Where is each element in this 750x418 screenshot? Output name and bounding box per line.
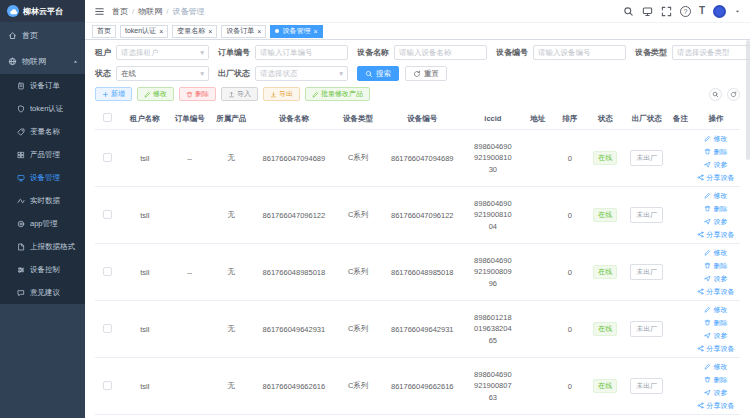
sidebar-item-product-mgmt[interactable]: 产品管理: [0, 143, 85, 166]
close-icon[interactable]: ×: [208, 28, 212, 35]
row-action-set-params[interactable]: 设参: [704, 215, 727, 228]
tab-token-auth[interactable]: token认证×: [120, 25, 168, 38]
sidebar-item-realtime-data[interactable]: 实时数据: [0, 189, 85, 212]
close-icon[interactable]: ×: [257, 28, 261, 35]
row-action-delete[interactable]: 删除: [704, 202, 727, 215]
reset-button[interactable]: 重置: [405, 66, 447, 81]
device-table: 租户名称订单编号所属产品设备名称设备类型设备编号iccid地址排序状态出厂状态备…: [95, 108, 740, 415]
edit-icon: [144, 91, 151, 98]
row-checkbox[interactable]: [103, 210, 112, 219]
tab-device-mgmt[interactable]: 设备管理×: [270, 25, 322, 38]
row-checkbox[interactable]: [103, 267, 112, 276]
device_name-cell: 861766048985018: [252, 244, 335, 301]
tenant-select[interactable]: 请选择租户▾: [116, 45, 209, 60]
field-label: 订单编号: [218, 47, 250, 58]
device-type-select[interactable]: 请选择设备类型▾: [672, 45, 750, 60]
product-cell: 无: [210, 130, 252, 187]
select-all-checkbox[interactable]: [103, 113, 112, 122]
factory-status-badge: 未出厂: [630, 150, 663, 166]
edit-button[interactable]: 修改: [137, 87, 174, 101]
device-name-input[interactable]: [394, 45, 487, 60]
row-checkbox[interactable]: [103, 381, 112, 390]
tab-bar: 首页token认证×变量名称×设备订单×设备管理×: [85, 22, 750, 40]
caret-down-icon[interactable]: [734, 8, 741, 15]
row-action-edit[interactable]: 修改: [704, 303, 727, 316]
monitor-icon[interactable]: [642, 6, 653, 17]
order_no-cell: [169, 358, 211, 415]
tab-variable-name[interactable]: 变量名称×: [172, 25, 217, 38]
column-header: 租户名称: [121, 108, 169, 130]
status-select[interactable]: 在线▾: [116, 66, 209, 81]
question-icon[interactable]: ?: [680, 6, 691, 17]
row-action-set-params[interactable]: 设参: [704, 158, 727, 171]
address-cell: [522, 358, 554, 415]
refresh-button[interactable]: [727, 88, 740, 101]
close-icon[interactable]: ×: [159, 28, 163, 35]
delete-button[interactable]: 删除: [179, 87, 216, 101]
fullscreen-icon[interactable]: [661, 6, 672, 17]
row-action-share-device[interactable]: 分享设备: [697, 399, 734, 412]
row-action-edit[interactable]: 修改: [704, 189, 727, 202]
sidebar-item-device-order[interactable]: 设备订单: [0, 74, 85, 97]
row-action-set-params[interactable]: 设参: [704, 386, 727, 399]
column-header: 所属产品: [210, 108, 252, 130]
row-checkbox[interactable]: [103, 153, 112, 162]
tab-device-order[interactable]: 设备订单×: [221, 25, 266, 38]
close-icon[interactable]: ×: [313, 28, 317, 35]
sidebar-item-device-control[interactable]: 设备控制: [0, 258, 85, 281]
breadcrumb-item[interactable]: 物联网: [138, 6, 162, 17]
sidebar-item-app-mgmt[interactable]: app管理: [0, 212, 85, 235]
tab-home[interactable]: 首页: [92, 25, 116, 38]
sidebar-item-report-format[interactable]: 上报数据格式: [0, 235, 85, 258]
hamburger-icon[interactable]: [94, 6, 105, 17]
device_name-cell: 861766047096122: [252, 187, 335, 244]
row-action-set-params[interactable]: 设参: [704, 272, 727, 285]
tab-label: 首页: [97, 26, 111, 36]
factory-status-select[interactable]: 请选择状态▾: [255, 66, 348, 81]
add-button[interactable]: 新增: [95, 87, 132, 101]
toggle-search-button[interactable]: [709, 88, 722, 101]
row-action-set-params[interactable]: 设参: [704, 329, 727, 342]
product-icon: [17, 151, 25, 159]
search-button[interactable]: 搜索: [357, 66, 399, 81]
device_type-cell: C系列: [336, 301, 381, 358]
status-badge: 在线: [593, 151, 617, 165]
search-icon[interactable]: [623, 6, 634, 17]
sidebar-item-iot[interactable]: 物联网: [0, 48, 85, 74]
sidebar-item-label: 设备管理: [30, 173, 60, 183]
sidebar-item-token-auth[interactable]: token认证: [0, 97, 85, 120]
batch-edit-product-button[interactable]: 批量修改产品: [305, 87, 370, 101]
breadcrumb-item[interactable]: 首页: [112, 6, 128, 17]
avatar[interactable]: [713, 5, 726, 18]
row-action-share-device[interactable]: 分享设备: [697, 228, 734, 241]
row-action-share-device[interactable]: 分享设备: [697, 285, 734, 298]
iccid-cell: 89860469092190081030: [464, 130, 522, 187]
row-action-edit[interactable]: 修改: [704, 132, 727, 145]
column-header: 地址: [522, 108, 554, 130]
row-action-edit[interactable]: 修改: [704, 246, 727, 259]
row-action-share-device[interactable]: 分享设备: [697, 171, 734, 184]
export-button[interactable]: 导出: [263, 87, 300, 101]
row-action-edit[interactable]: 修改: [704, 360, 727, 373]
address-cell: [522, 301, 554, 358]
row-action-delete[interactable]: 删除: [704, 316, 727, 329]
import-button[interactable]: 导入: [221, 87, 258, 101]
sidebar-item-device-mgmt[interactable]: 设备管理: [0, 166, 85, 189]
order-no-input[interactable]: [255, 45, 348, 60]
row-action-delete[interactable]: 删除: [704, 259, 727, 272]
font-size-icon[interactable]: T: [699, 6, 705, 16]
sidebar-item-variable-name[interactable]: 变量名称: [0, 120, 85, 143]
row-action-delete[interactable]: 删除: [704, 373, 727, 386]
report-icon: [17, 243, 25, 251]
device-no-input[interactable]: [533, 45, 626, 60]
row-select-cell: [95, 130, 121, 187]
row-action-delete[interactable]: 删除: [704, 145, 727, 158]
refresh-icon: [413, 70, 421, 78]
sort-cell: 0: [554, 187, 586, 244]
sidebar-item-feedback[interactable]: 意见建议: [0, 281, 85, 304]
scrollbar[interactable]: [746, 40, 750, 160]
sidebar-item-home[interactable]: 首页: [0, 22, 85, 48]
share-icon: [697, 345, 704, 352]
row-checkbox[interactable]: [103, 324, 112, 333]
row-action-share-device[interactable]: 分享设备: [697, 342, 734, 355]
